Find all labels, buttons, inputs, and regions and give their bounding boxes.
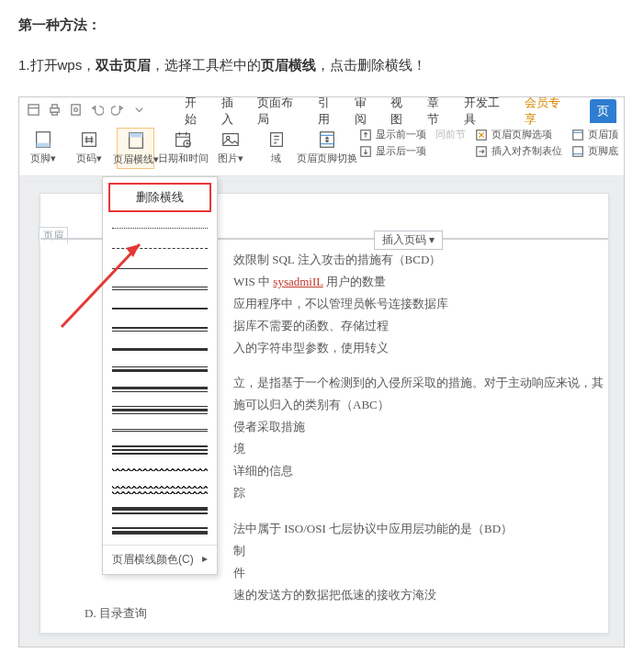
nav-col: 显示前一项 显示后一项 (359, 128, 426, 158)
tab-insert[interactable]: 插入 (221, 96, 245, 128)
redo-icon[interactable] (111, 103, 125, 119)
show-prev[interactable]: 显示前一项 (359, 128, 426, 141)
pagenum-button[interactable]: 页码▾ (71, 128, 107, 167)
template-icon[interactable] (27, 103, 40, 119)
document-body-text: 效限制 SQL 注入攻击的措施有（BCD）WIS 中 sysadmiIL 用户的… (233, 249, 604, 606)
switch-icon (317, 129, 337, 150)
tab-review[interactable]: 审阅 (355, 96, 378, 128)
annotation-arrow (52, 235, 163, 336)
svg-rect-8 (83, 133, 96, 147)
tab-reference[interactable]: 引用 (318, 96, 342, 128)
options-col: 页眉页脚选项 插入对齐制表位 (475, 128, 562, 158)
svg-rect-10 (129, 133, 142, 138)
header-top[interactable]: 页眉顶 (571, 128, 618, 141)
svg-rect-7 (37, 143, 51, 148)
quick-access-toolbar (27, 103, 146, 119)
datetime-button[interactable]: 日期和时间 (164, 128, 203, 167)
qat-dropdown-icon[interactable] (132, 103, 146, 119)
hf-options[interactable]: 页眉页脚选项 (475, 128, 562, 141)
insert-pagenum-button[interactable]: 插入页码 ▾ (374, 231, 443, 250)
svg-rect-0 (28, 105, 39, 115)
tab-vip[interactable]: 会员专享 (525, 96, 572, 128)
document-bottom-line: D. 目录查询 (85, 605, 147, 622)
dist-col: 页眉顶 页脚底 (571, 128, 618, 158)
show-next[interactable]: 显示后一项 (359, 144, 426, 158)
svg-rect-13 (222, 134, 238, 146)
tab-devtools[interactable]: 开发工具 (464, 96, 512, 128)
insert-align-tab[interactable]: 插入对齐制表位 (475, 144, 562, 158)
same-prev: 同前节 (435, 128, 466, 141)
tab-view[interactable]: 视图 (390, 96, 414, 128)
ribbon: 页脚▾ 页码▾ 页眉横线▾ 日期和时间 图片▾ 域 页眉页脚切换 显示前一项 显 (19, 125, 624, 176)
field-icon (266, 129, 287, 150)
article-heading: 第一种方法： (18, 17, 626, 34)
tab-strip: 开始 插入 页面布局 引用 审阅 视图 章节 开发工具 会员专享 页 (19, 97, 624, 125)
svg-rect-4 (72, 105, 80, 115)
article-step-1: 1.打开wps，双击页眉，选择工具栏中的页眉横线，点击删除横线！ (18, 54, 626, 76)
svg-line-23 (62, 244, 140, 327)
svg-point-5 (74, 108, 78, 112)
svg-rect-21 (573, 129, 583, 140)
calendar-icon (173, 129, 193, 150)
tab-start[interactable]: 开始 (185, 96, 209, 128)
footer-button[interactable]: 页脚▾ (25, 128, 62, 167)
hf-switch-button[interactable]: 页眉页脚切换 (304, 128, 350, 167)
picture-button[interactable]: 图片▾ (212, 128, 249, 167)
tab-chapter[interactable]: 章节 (427, 96, 451, 128)
svg-rect-1 (51, 108, 59, 113)
print-icon[interactable] (48, 103, 62, 119)
footer-icon (33, 129, 53, 150)
header-line-button[interactable]: 页眉横线▾ (117, 128, 154, 169)
header-line-icon (126, 130, 146, 151)
tab-pagelayout[interactable]: 页面布局 (257, 96, 305, 128)
field-button[interactable]: 域 (258, 128, 295, 167)
preview-icon[interactable] (69, 103, 83, 119)
tab-header-footer-active[interactable]: 页 (590, 99, 616, 123)
hash-icon (79, 129, 99, 150)
picture-icon (220, 129, 241, 150)
svg-rect-22 (573, 146, 583, 156)
svg-rect-3 (52, 112, 58, 115)
footer-bot[interactable]: 页脚底 (571, 144, 618, 158)
svg-rect-2 (52, 105, 58, 108)
undo-icon[interactable] (90, 103, 104, 119)
wps-screenshot: 开始 插入 页面布局 引用 审阅 视图 章节 开发工具 会员专享 页 页脚▾ 页… (18, 96, 625, 647)
header-line-color[interactable]: 页眉横线颜色(C) ▸ (103, 545, 217, 574)
delete-header-line[interactable]: 删除横线 (108, 183, 211, 212)
